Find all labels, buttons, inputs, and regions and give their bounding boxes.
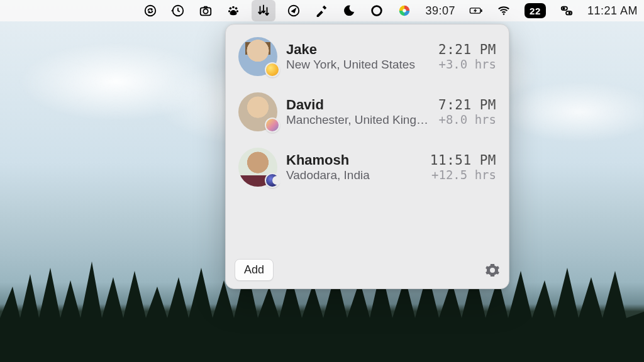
add-button[interactable]: Add (235, 259, 274, 281)
person-location: New York, United States (286, 58, 430, 72)
svg-point-12 (403, 9, 407, 13)
svg-point-7 (228, 10, 230, 12)
person-row[interactable]: Khamosh Vadodara, India 11:51 PM +12.5 h… (235, 146, 500, 188)
person-times: 11:51 PM +12.5 hrs (430, 153, 496, 182)
panel-footer: Add (235, 255, 500, 281)
gear-icon[interactable] (485, 263, 500, 278)
person-location: Vadodara, India (286, 168, 421, 182)
person-row[interactable]: David Manchester, United King… 7:21 PM +… (235, 91, 500, 133)
date-badge[interactable]: 22 (522, 0, 548, 21)
svg-point-5 (233, 6, 235, 9)
svg-point-0 (145, 6, 156, 16)
person-time: 2:21 PM (438, 42, 496, 57)
menubar-clock[interactable]: 11:21 AM (585, 0, 640, 21)
person-info: Khamosh Vadodara, India (286, 152, 421, 182)
person-name: Khamosh (286, 152, 421, 168)
timezones-app-icon[interactable] (252, 0, 275, 21)
avatar (238, 37, 277, 76)
person-info: Jake New York, United States (286, 41, 430, 71)
tools-icon[interactable] (312, 0, 331, 21)
person-offset: +8.0 hrs (438, 112, 496, 126)
svg-rect-14 (481, 9, 482, 12)
person-time: 7:21 PM (438, 97, 496, 112)
svg-point-17 (562, 7, 565, 9)
person-name: David (286, 97, 430, 112)
svg-point-4 (230, 8, 232, 10)
person-location: Manchester, United King… (286, 113, 430, 127)
timezones-dropdown: Jake New York, United States 2:21 PM +3.… (225, 24, 509, 289)
person-offset: +12.5 hrs (430, 168, 496, 182)
battery-icon[interactable] (467, 0, 486, 21)
sync-icon[interactable] (141, 0, 160, 21)
sunset-icon (265, 118, 280, 133)
wifi-icon[interactable] (494, 0, 513, 21)
compass-icon[interactable] (284, 0, 303, 21)
time-machine-icon[interactable] (169, 0, 187, 21)
svg-point-8 (236, 10, 238, 12)
person-name: Jake (286, 41, 430, 57)
person-times: 2:21 PM +3.0 hrs (438, 42, 496, 71)
do-not-disturb-icon[interactable] (340, 0, 358, 21)
avatar (238, 92, 277, 131)
camera-icon[interactable] (196, 0, 215, 21)
svg-point-10 (372, 6, 382, 16)
people-list: Jake New York, United States 2:21 PM +3.… (235, 33, 500, 255)
person-row[interactable]: Jake New York, United States 2:21 PM +3.… (235, 36, 500, 77)
svg-point-6 (235, 8, 238, 10)
color-wheel-icon[interactable] (395, 0, 414, 21)
avatar (238, 148, 277, 187)
person-info: David Manchester, United King… (286, 97, 430, 126)
person-offset: +3.0 hrs (438, 57, 496, 71)
control-center-icon[interactable] (557, 0, 576, 21)
menubar: 39:07 22 11:21 AM (0, 0, 644, 21)
person-times: 7:21 PM +8.0 hrs (438, 97, 496, 126)
sun-icon (265, 62, 280, 77)
svg-point-3 (204, 9, 208, 13)
menubar-timer[interactable]: 39:07 (423, 0, 458, 21)
person-time: 11:51 PM (430, 153, 496, 168)
svg-point-19 (569, 12, 571, 14)
paw-icon[interactable] (224, 0, 243, 21)
svg-point-15 (503, 13, 505, 15)
moon-icon (265, 173, 280, 188)
circle-icon[interactable] (367, 0, 386, 21)
